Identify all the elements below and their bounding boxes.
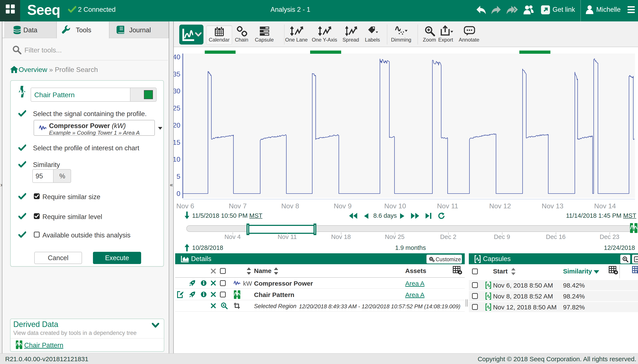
svg-text:Nov 8: Nov 8 — [281, 202, 299, 210]
svg-text:Nov 7: Nov 7 — [229, 202, 247, 210]
svg-text:20: 20 — [174, 122, 180, 129]
svg-text:30: 30 — [174, 87, 180, 95]
svg-text:35: 35 — [174, 70, 180, 78]
svg-text:Nov 6: Nov 6 — [176, 202, 194, 210]
svg-text:0: 0 — [176, 190, 180, 198]
svg-text:40: 40 — [174, 53, 180, 61]
svg-text:15: 15 — [174, 138, 180, 146]
svg-text:25: 25 — [174, 104, 180, 112]
svg-text:Nov 11: Nov 11 — [437, 202, 458, 210]
svg-text:Nov 12: Nov 12 — [489, 202, 511, 210]
svg-text:10: 10 — [174, 156, 180, 163]
svg-text:Nov 9: Nov 9 — [334, 202, 352, 210]
svg-text:Nov 10: Nov 10 — [384, 202, 406, 210]
svg-text:Nov 14: Nov 14 — [594, 202, 616, 210]
svg-text:Nov 13: Nov 13 — [542, 202, 563, 210]
svg-text:5: 5 — [176, 172, 180, 180]
